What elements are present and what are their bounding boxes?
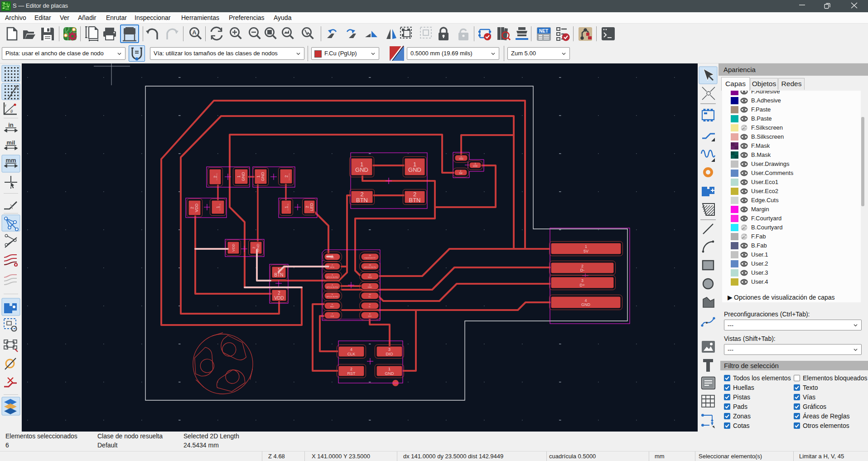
svg-text:expansion IO: expansion IO [364, 257, 376, 259]
svg-text:GND: GND [385, 371, 395, 376]
svg-text:in: in [8, 121, 14, 128]
svg-text:VDD: VDD [368, 276, 372, 278]
svg-text:A: A [192, 29, 197, 36]
svg-text:GND: GND [368, 286, 372, 288]
svg-text:Net-(D1-A): Net-(D1-A) [219, 204, 221, 210]
svg-text:GND: GND [355, 166, 368, 173]
svg-text:mil: mil [7, 139, 15, 146]
svg-text:1: 1 [585, 244, 587, 249]
svg-text:1: 1 [256, 175, 260, 178]
svg-text:RST: RST [347, 371, 356, 376]
svg-text:DIO: DIO [386, 352, 393, 356]
svg-text:2: 2 [252, 247, 256, 249]
svg-text:4: 4 [584, 298, 587, 303]
svg-text:BTN: BTN [356, 197, 368, 204]
svg-text:5V: 5V [583, 249, 588, 253]
svg-text:VDD: VDD [459, 158, 463, 160]
svg-text:DIO: DIO [368, 315, 372, 317]
svg-text:GND: GND [408, 166, 421, 173]
svg-text:2: 2 [305, 206, 309, 208]
svg-text:3: 3 [388, 347, 391, 352]
svg-text:D-: D- [580, 268, 585, 272]
svg-text:Net-(D2-A): Net-(D2-A) [289, 173, 290, 180]
svg-text:GPIO4 IN PU/: GPIO4 IN PU/ [326, 286, 338, 288]
svg-text:mm: mm [5, 157, 16, 164]
svg-text:GND: GND [241, 172, 246, 181]
svg-text:1: 1 [236, 175, 241, 178]
svg-text:LED: LED [309, 203, 314, 211]
svg-text:GPIO5 IN PD/: GPIO5 IN PD/ [326, 296, 338, 298]
svg-text:D+: D+ [369, 296, 371, 298]
svg-text:Net-(D2-A): Net-(D2-A) [287, 204, 289, 210]
svg-text:r: r [5, 103, 6, 108]
svg-text:NET: NET [539, 29, 548, 34]
svg-text:4: 4 [350, 347, 352, 352]
svg-text:2: 2 [284, 175, 289, 177]
svg-text:VDD: VDD [231, 244, 236, 252]
svg-text:2: 2 [350, 367, 352, 371]
svg-text:2: 2 [278, 291, 280, 296]
svg-text:RST: RST [330, 306, 334, 308]
svg-text:CLK: CLK [347, 352, 356, 356]
svg-text:VDD: VDD [274, 296, 284, 301]
svg-text:SW: SW [459, 172, 463, 175]
svg-text:3: 3 [581, 278, 583, 283]
svg-text:Net-(D1-A): Net-(D1-A) [216, 173, 218, 180]
svg-text:GND: GND [260, 172, 265, 181]
svg-text:1: 1 [388, 367, 391, 371]
svg-text:GND: GND [473, 165, 478, 167]
svg-text:D+: D+ [580, 283, 585, 287]
svg-text:CLK: CLK [330, 315, 334, 317]
svg-text:BTN: BTN [275, 272, 284, 277]
svg-text:GPIO3 IN PD/: GPIO3 IN PD/ [326, 276, 338, 278]
svg-text:D-: D- [369, 306, 371, 308]
svg-text:θ: θ [10, 109, 13, 114]
svg-text:GPIO13 IN PU: GPIO13 IN PU [364, 266, 376, 268]
svg-text:2: 2 [190, 207, 194, 209]
svg-text:GND: GND [581, 302, 591, 307]
svg-text:BTN: BTN [409, 197, 421, 204]
svg-text:2: 2 [581, 264, 583, 268]
svg-text:VDD: VDD [194, 204, 199, 213]
svg-text:BTN: BTN [330, 266, 334, 268]
